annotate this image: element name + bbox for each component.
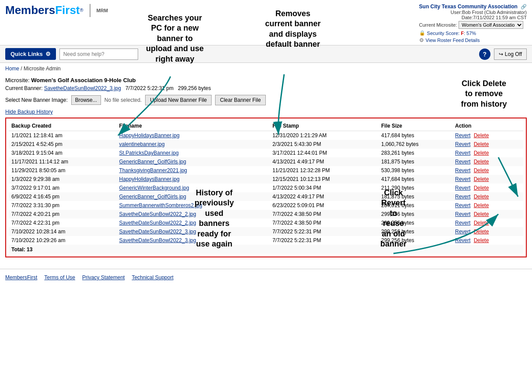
- logo-reg: ®: [80, 7, 83, 13]
- filename-link[interactable]: SavetheDateSunBowl2022_2.jpg: [119, 211, 196, 217]
- revert-link[interactable]: Revert: [455, 194, 470, 200]
- cell-stamp: 7/7/2022 5:22:31 PM: [270, 227, 379, 236]
- delete-link[interactable]: Delete: [474, 202, 489, 208]
- cell-created: 1/1/2021 12:18:41 am: [9, 131, 117, 140]
- quick-links-button[interactable]: Quick Links ⚙: [5, 48, 56, 60]
- table-row: 7/7/2022 3:31:30 pm SummerBannerwithSomb…: [9, 201, 523, 210]
- cell-stamp: 2/3/2021 5:43:30 PM: [270, 140, 379, 149]
- link-icon: 🔗: [521, 4, 527, 9]
- main-content: Microsite: Women's Golf Association 9-Ho…: [0, 74, 532, 265]
- banner-info: Current Banner: SavetheDateSunBowl2022_3…: [5, 85, 527, 91]
- gear-icon-nav: ⚙: [45, 51, 51, 57]
- upload-row: Select New Banner Image: Browse... No fi…: [5, 95, 527, 105]
- cell-size: 299,256 bytes: [379, 227, 452, 236]
- revert-link[interactable]: Revert: [455, 159, 470, 165]
- delete-link[interactable]: Delete: [474, 167, 489, 173]
- quick-links-label: Quick Links: [10, 51, 43, 57]
- cell-stamp: 12/15/2021 10:12:13 PM: [270, 175, 379, 184]
- logoff-button[interactable]: ↪ Log Off: [494, 49, 527, 60]
- cell-stamp: 11/21/2021 12:32:28 PM: [270, 166, 379, 175]
- delete-link[interactable]: Delete: [474, 141, 489, 147]
- revert-link[interactable]: Revert: [455, 150, 470, 156]
- delete-link[interactable]: Delete: [474, 176, 489, 182]
- browse-button[interactable]: Browse...: [71, 95, 101, 105]
- upload-new-banner-button[interactable]: Upload New Banner File: [145, 95, 212, 105]
- roster-feed-link[interactable]: View Roster Feed Details: [426, 38, 480, 43]
- revert-link[interactable]: Revert: [455, 141, 470, 147]
- cell-created: 6/9/2022 4:16:45 pm: [9, 192, 117, 201]
- microsite-row: Current Microsite: Women's Golf Associat…: [419, 21, 527, 29]
- cell-created: 7/10/2022 10:28:14 am: [9, 227, 117, 236]
- filename-link[interactable]: SavetheDateSunBowl2022_2.jpg: [119, 220, 196, 226]
- logo-divider: [90, 4, 90, 17]
- security-link[interactable]: Security Score: F: 57%: [427, 31, 476, 36]
- filename-link[interactable]: HappyHolidaysBanner.jpg: [119, 132, 180, 139]
- footer-support[interactable]: Technical Support: [132, 274, 173, 281]
- breadcrumb: Home / Microsite Admin: [0, 63, 532, 74]
- logo-first: First: [55, 3, 80, 17]
- revert-link[interactable]: Revert: [455, 176, 470, 182]
- microsite-info-label: Microsite:: [5, 77, 30, 83]
- revert-link[interactable]: Revert: [455, 167, 470, 173]
- delete-link[interactable]: Delete: [474, 220, 489, 226]
- filename-link[interactable]: St.PatricksDayBanner.jpg: [119, 150, 179, 156]
- hide-backup-link[interactable]: Hide Backup History: [5, 109, 53, 115]
- delete-link[interactable]: Delete: [474, 150, 489, 156]
- cell-size: 211,290 bytes: [379, 184, 452, 192]
- delete-link[interactable]: Delete: [474, 211, 489, 217]
- table-row: 7/10/2022 10:29:26 am SavetheDateSunBowl…: [9, 236, 523, 245]
- cell-action: Revert Delete: [452, 210, 523, 219]
- total-row: Total: 13: [9, 245, 523, 254]
- current-banner-size: 299,256 bytes: [178, 85, 211, 91]
- delete-link[interactable]: Delete: [474, 159, 489, 165]
- delete-link[interactable]: Delete: [474, 132, 489, 139]
- filename-link[interactable]: SavetheDateSunBowl2022_3.jpg: [119, 237, 196, 243]
- filename-link[interactable]: valentinebanner.jpg: [119, 141, 165, 147]
- lock-icon: 🔒: [419, 30, 425, 36]
- col-file-stamp: File Stamp: [270, 121, 379, 131]
- cell-filename: GenericBanner_GolfGirls.jpg: [117, 157, 270, 166]
- current-banner-label: Current Banner:: [5, 85, 42, 91]
- delete-link[interactable]: Delete: [474, 185, 489, 191]
- clear-banner-button[interactable]: Clear Banner File: [215, 95, 265, 105]
- delete-link[interactable]: Delete: [474, 194, 489, 200]
- cell-filename: SavetheDateSunBowl2022_2.jpg: [117, 210, 270, 219]
- revert-link[interactable]: Revert: [455, 220, 470, 226]
- logoff-arrow-icon: ↪: [499, 51, 503, 57]
- filename-link[interactable]: GenericBanner_GolfGirls.jpg: [119, 159, 186, 165]
- filename-link[interactable]: SummerBannerwithSombreros2.jpg: [119, 202, 202, 208]
- logo-area: MembersFirst® MRM: [5, 3, 108, 17]
- current-microsite-label: Current Microsite:: [419, 22, 457, 28]
- footer-privacy[interactable]: Privacy Statement: [82, 274, 125, 281]
- filename-link[interactable]: ThanksgivingBanner2021.jpg: [119, 167, 187, 173]
- footer: MembersFirst Terms of Use Privacy Statem…: [0, 269, 532, 286]
- revert-link[interactable]: Revert: [455, 237, 470, 243]
- footer-members-first[interactable]: MembersFirst: [5, 274, 37, 281]
- filename-link[interactable]: GenericWinterBackground.jpg: [119, 185, 189, 191]
- revert-link[interactable]: Revert: [455, 185, 470, 191]
- revert-link[interactable]: Revert: [455, 202, 470, 208]
- footer-terms[interactable]: Terms of Use: [44, 274, 75, 281]
- table-row: 2/15/2021 4:52:45 pm valentinebanner.jpg…: [9, 140, 523, 149]
- help-button[interactable]: ?: [479, 49, 490, 60]
- microsite-dropdown[interactable]: Women's Golf Associatio: [459, 21, 523, 29]
- delete-link[interactable]: Delete: [474, 237, 489, 243]
- cell-action: Revert Delete: [452, 149, 523, 157]
- revert-link[interactable]: Revert: [455, 229, 470, 235]
- cell-size: 530,398 bytes: [379, 166, 452, 175]
- filename-link[interactable]: HappyHolidaysBanner.jpg: [119, 176, 180, 182]
- delete-link[interactable]: Delete: [474, 229, 489, 235]
- microsite-info-name: Women's Golf Association 9-Hole Club: [31, 77, 136, 83]
- cell-filename: HappyHolidaysBanner.jpg: [117, 131, 270, 140]
- help-search-input[interactable]: [59, 49, 138, 60]
- filename-link[interactable]: SavetheDateSunBowl2022_3.jpg: [119, 229, 196, 235]
- revert-link[interactable]: Revert: [455, 132, 470, 139]
- select-label: Select New Banner Image:: [5, 97, 68, 103]
- backup-history-table-wrapper: Backup Created Filename File Stamp File …: [5, 118, 527, 257]
- breadcrumb-home[interactable]: Home: [5, 66, 19, 72]
- filename-link[interactable]: GenericBanner_GolfGirls.jpg: [119, 194, 186, 200]
- cell-stamp: 7/7/2022 4:38:50 PM: [270, 210, 379, 219]
- revert-link[interactable]: Revert: [455, 211, 470, 217]
- current-banner-link[interactable]: SavetheDateSunBowl2022_3.jpg: [44, 85, 121, 91]
- security-pct: 57%: [466, 31, 476, 36]
